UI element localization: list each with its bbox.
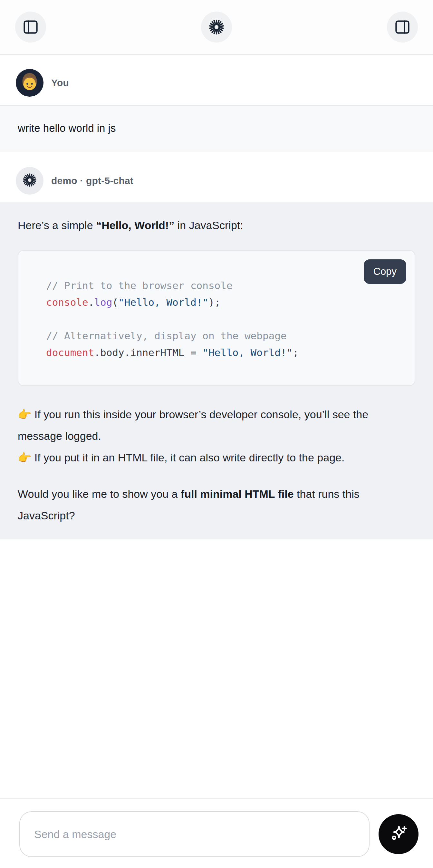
user-message-text: write hello world in js <box>18 122 116 134</box>
assistant-avatar <box>16 167 43 195</box>
code-line <box>46 311 402 327</box>
code-line: document.body.innerHTML = "Hello, World!… <box>46 344 402 361</box>
closing-text-pre: Would you like me to show you a <box>18 488 181 500</box>
intro-text-pre: Here’s a simple <box>18 219 96 231</box>
code-line: // Print to the browser console <box>46 277 402 294</box>
right-panel-toggle-button[interactable] <box>387 11 418 42</box>
assistant-message: Here’s a simple “Hello, World!” in JavaS… <box>0 202 433 539</box>
model-home-button[interactable] <box>201 11 232 42</box>
user-message: write hello world in js <box>0 105 433 151</box>
starburst-icon <box>22 173 37 189</box>
code-line: console.log("Hello, World!"); <box>46 294 402 311</box>
copy-code-button[interactable]: Copy <box>364 259 406 284</box>
sparkles-icon <box>388 824 409 845</box>
chat-app: You write hello world in js <box>0 0 433 868</box>
user-sender-row: You <box>0 55 433 105</box>
closing-text-bold: full minimal HTML file <box>181 488 294 500</box>
panel-left-icon <box>22 19 39 35</box>
top-bar <box>0 0 433 55</box>
intro-text-post: in JavaScript: <box>174 219 243 231</box>
assistant-closing-paragraph: Would you like me to show you a full min… <box>18 483 415 526</box>
sidebar-toggle-button[interactable] <box>15 11 46 42</box>
user-avatar <box>16 69 43 97</box>
assistant-intro-paragraph: Here’s a simple “Hello, World!” in JavaS… <box>18 217 415 233</box>
person-emoji-icon <box>18 70 41 95</box>
intro-text-bold: “Hello, World!” <box>96 219 174 231</box>
code-content: // Print to the browser consoleconsole.l… <box>46 277 402 361</box>
composer-bar <box>0 798 433 868</box>
tip-line: 👉 If you put it in an HTML file, it can … <box>18 447 415 468</box>
message-input[interactable] <box>19 811 370 857</box>
assistant-sender-row: demo · gpt-5-chat <box>0 151 433 202</box>
user-sender-name: You <box>51 77 69 88</box>
assistant-tips-paragraph: 👉 If you run this inside your browser’s … <box>18 404 415 468</box>
panel-right-icon <box>394 19 411 35</box>
assistant-sender-name: demo · gpt-5-chat <box>51 175 133 186</box>
send-button[interactable] <box>378 814 419 854</box>
starburst-icon <box>208 18 225 36</box>
code-line: // Alternatively, display on the webpage <box>46 327 402 344</box>
chat-empty-space <box>0 539 433 798</box>
tip-line: 👉 If you run this inside your browser’s … <box>18 404 415 447</box>
code-block: Copy // Print to the browser consolecons… <box>18 250 415 386</box>
